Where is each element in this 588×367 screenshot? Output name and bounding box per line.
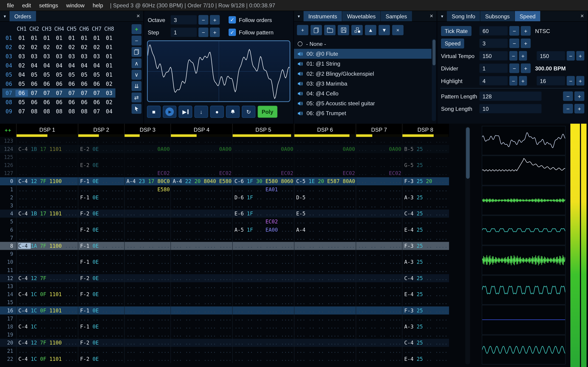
tab-song-info[interactable]: Song Info <box>447 11 480 21</box>
pattern-cell[interactable]: ... .. .. .... .... <box>294 355 356 363</box>
pattern-cell[interactable]: ... .. .. .... .... <box>16 347 78 355</box>
pattern-cell[interactable]: ... .. .. .... <box>402 185 448 193</box>
order-cell[interactable]: 05 <box>15 81 28 87</box>
song-length-minus-button[interactable]: − <box>563 104 573 114</box>
pattern-cell[interactable]: ... .. .. .... .... <box>294 218 356 226</box>
pattern-cell[interactable]: ... .. .. .... .... <box>16 226 78 234</box>
pattern-cell[interactable]: ... .. .. .... .... <box>232 315 294 323</box>
pattern-cell[interactable]: ... .. .. .... .... <box>232 323 294 331</box>
pattern-cell[interactable]: ... .. .. .... <box>124 347 171 355</box>
order-cell[interactable]: 01 <box>90 35 103 41</box>
pattern-cell[interactable]: ... .. .. .... <box>124 234 171 242</box>
pattern-cell[interactable]: ... .. .. .... <box>356 201 402 209</box>
pattern-cell[interactable]: ... .. .. .... <box>402 153 448 161</box>
pattern-cell[interactable]: ... .. .. .... <box>124 161 171 169</box>
pattern-cell[interactable]: ... .. .. .... .... <box>294 153 356 161</box>
highlight-first-input[interactable] <box>479 76 508 85</box>
pattern-cell[interactable]: ... .. .. .... <box>124 266 171 274</box>
pattern-cell[interactable]: ... .. .. .... .... <box>170 234 232 242</box>
virtual-tempo-num-plus-button[interactable]: + <box>519 51 527 60</box>
pattern-cell[interactable]: ... .. .. .... .... <box>170 218 232 226</box>
pattern-scrollbar[interactable] <box>465 127 470 365</box>
pattern-cell[interactable]: ... .. .. 0A00 <box>356 145 402 153</box>
order-cell[interactable]: 01 <box>103 62 115 69</box>
speed-button[interactable]: Speed <box>441 38 464 48</box>
pattern-cell[interactable]: C-4 12 7F 1100 .... <box>16 339 78 347</box>
pattern-cell[interactable]: D-5 .. .. .... .... <box>294 193 356 201</box>
channel-header[interactable]: DSP 2 <box>78 124 124 137</box>
window-menu-icon[interactable]: ▼ <box>437 11 447 21</box>
channel-header[interactable]: DSP 3 <box>124 124 171 137</box>
order-cell[interactable]: 06 <box>78 99 90 106</box>
pattern-cell[interactable]: ... .. .. .... .... <box>170 210 232 218</box>
step-input[interactable] <box>170 27 197 37</box>
order-cell[interactable]: 08 <box>53 108 65 115</box>
pattern-cell[interactable]: ... .. .. .... .... <box>170 258 232 266</box>
pattern-cell[interactable]: ... .. .. .... <box>78 201 124 209</box>
instrument-open-button[interactable] <box>324 25 336 35</box>
pattern-cell[interactable]: ... .. .. .... .... <box>16 201 78 209</box>
pattern-cell[interactable]: A-3 25 .. .... <box>402 323 448 331</box>
pattern-cell[interactable]: ... .. .. .... <box>124 307 171 315</box>
pattern-cell[interactable]: ... .. .. .... <box>356 347 402 355</box>
pattern-cell[interactable]: F-1 0E .. .... <box>78 307 124 315</box>
pattern-cell[interactable]: A-4 .. .. .... .... <box>294 226 356 234</box>
pattern-cell[interactable]: ... .. .. .... <box>124 274 171 282</box>
pattern-cell[interactable]: ... .. .. .... .... <box>170 274 232 282</box>
pattern-cell[interactable]: ... .. .. .... .... <box>294 250 356 258</box>
pattern-cell[interactable]: C-4 25 .. .... <box>402 339 448 347</box>
order-cell[interactable]: 01 <box>40 35 53 41</box>
pattern-cell[interactable]: ... .. .. .... <box>356 185 402 193</box>
order-cell[interactable]: 07 <box>90 90 103 96</box>
pattern-cell[interactable]: ... .. .. .... .... <box>232 201 294 209</box>
pattern-cell[interactable]: ... .. .. .... <box>402 218 448 226</box>
order-cell[interactable]: 07 <box>90 108 103 115</box>
virtual-tempo-den-minus-button[interactable]: − <box>567 51 575 60</box>
pattern-cell[interactable]: ... .. .. .... .... <box>170 331 232 339</box>
follow-pattern-checkbox[interactable]: ✓ <box>229 29 236 36</box>
step-plus-button[interactable]: + <box>210 27 220 37</box>
order-move-down-button[interactable]: ∨ <box>132 70 141 80</box>
virtual-tempo-num-input[interactable] <box>479 51 508 60</box>
pattern-cell[interactable]: ... .. .. .... .... <box>294 242 356 250</box>
pattern-cell[interactable]: ... .. .. .... <box>356 331 402 339</box>
pattern-cell[interactable]: ... .. .. .... <box>402 282 448 290</box>
pattern-cell[interactable]: ... .. .. .... .... <box>232 339 294 347</box>
scrollbar-thumb[interactable] <box>432 40 435 65</box>
order-cell[interactable]: 02 <box>53 44 65 50</box>
pattern-cell[interactable]: ... .. .. .... 0A00 <box>294 145 356 153</box>
order-cell[interactable]: 02 <box>28 44 40 50</box>
pattern-cell[interactable]: ... .. .. .... .... <box>170 193 232 201</box>
pattern-cell[interactable]: ... .. .. .... <box>124 210 171 218</box>
order-cell[interactable]: 05 <box>40 71 53 78</box>
pattern-cell[interactable]: C-4 12 7F .... .... <box>16 274 78 282</box>
pattern-cell[interactable]: ... .. .. .... <box>78 218 124 226</box>
pattern-cell[interactable]: E-5 .. .. .... .... <box>294 210 356 218</box>
pattern-cell[interactable]: ... .. .. .... .... <box>232 258 294 266</box>
pattern-cell[interactable]: ... .. .. .... <box>78 185 124 193</box>
instrument-up-button[interactable]: ▲ <box>365 25 376 35</box>
order-cell[interactable]: 07 <box>40 90 53 96</box>
pattern-cell[interactable]: ... .. .. .... <box>78 153 124 161</box>
pattern-cell[interactable]: ... .. .. .... <box>356 226 402 234</box>
stop-button[interactable]: ■ <box>147 106 161 118</box>
pattern-cell[interactable]: ... .. .. .... <box>356 161 402 169</box>
speed-minus-button[interactable]: − <box>510 39 519 48</box>
close-icon[interactable]: × <box>133 11 143 21</box>
highlight-first-minus-button[interactable]: − <box>510 76 518 85</box>
pattern-cell[interactable]: ... .. .. .... .... <box>294 185 356 193</box>
order-move-up-button[interactable]: ∧ <box>132 58 141 68</box>
pattern-cell[interactable]: ... .. .. .... <box>402 331 448 339</box>
pattern-cell[interactable]: ... .. .. .... .... <box>232 307 294 315</box>
pattern-cell[interactable]: ... .. .. .... <box>78 347 124 355</box>
pattern-cell[interactable]: ... .. .. .... <box>124 339 171 347</box>
pattern-cell[interactable]: ... .. .. .... .... <box>170 153 232 161</box>
pattern-cell[interactable]: ... .. .. .... <box>78 137 124 145</box>
pattern-cell[interactable]: F-2 0E .. .... <box>78 290 124 298</box>
order-cell[interactable]: 04 <box>90 62 103 69</box>
pattern-cell[interactable]: ... .. .. .... <box>356 234 402 242</box>
virtual-tempo-den-input[interactable] <box>536 51 565 60</box>
pattern-cell[interactable]: C-6 1F 30 E580 8060 <box>232 177 294 185</box>
speed-input[interactable] <box>479 39 508 48</box>
instrument-add-button[interactable]: + <box>297 25 309 35</box>
